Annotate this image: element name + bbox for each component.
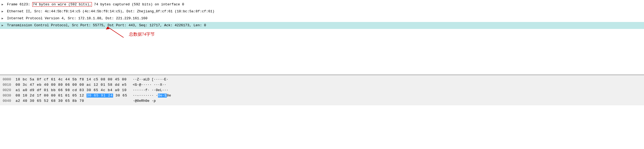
hex-ascii-0030-after: 0e: [167, 94, 171, 98]
hex-bytes-0020: a1 a0 d9 df 01 bb 66 98 cd 83 30 65 4c b…: [16, 88, 128, 93]
hex-bytes-0010: 00 3c 47 eb 40 00 80 06 00 00 ac 12 01 5…: [16, 82, 128, 88]
hex-row-0020: 0020 a1 a0 d9 df 01 bb 66 98 cd 83 30 65…: [3, 88, 641, 93]
hex-ascii-0030-highlight: 0e·$: [158, 94, 167, 98]
frame-row-text: Frame 6123: 74 bytes on wire (592 bits),…: [7, 2, 184, 8]
hex-bytes-0030-before: 08 10 2d 1f 00 00 01 01 05 12: [16, 94, 87, 98]
tcp-row-text: Transmission Control Protocol, Src Port:…: [7, 23, 206, 28]
hex-row-0030: 0030 08 10 2d 1f 00 00 01 01 05 12 30 65…: [3, 93, 641, 98]
packet-details-panel: ▶ Frame 6123: 74 bytes on wire (592 bits…: [0, 0, 644, 75]
hex-row-0000: 0000 18 bc 5a 8f cf 61 4c 44 5b f8 14 c5…: [3, 77, 641, 82]
hex-offset-0000: 0000: [3, 77, 16, 82]
ip-row[interactable]: ▶ Internet Protocol Version 4, Src: 172.…: [0, 15, 644, 22]
hex-bytes-0030: 08 10 2d 1f 00 00 01 01 05 12 30 65 91 2…: [16, 93, 128, 98]
hex-dump-panel: 0000 18 bc 5a 8f cf 61 4c 44 5b f8 14 c5…: [0, 75, 644, 105]
hex-ascii-0030-before: ··-······· ·: [133, 94, 158, 98]
tcp-row[interactable]: ▶ Transmission Control Protocol, Src Por…: [0, 22, 644, 29]
hex-ascii-0000: ··Z··aLD [·····E·: [133, 77, 168, 82]
frame-highlight: 74 bytes on wire (592 bits),: [32, 2, 92, 7]
hex-bytes-0030-after: 30 65: [113, 94, 127, 98]
expand-icon-ethernet: ▶: [2, 9, 6, 14]
ip-row-text: Internet Protocol Version 4, Src: 172.18…: [7, 16, 147, 21]
hex-ascii-0010: <G·@····· ···X··: [133, 82, 166, 88]
hex-bytes-0000: 18 bc 5a 8f cf 61 4c 44 5b f8 14 c5 08 0…: [16, 77, 128, 82]
hex-row-0010: 0010 00 3c 47 eb 40 00 80 06 00 00 ac 12…: [3, 82, 641, 88]
frame-row[interactable]: ▶ Frame 6123: 74 bytes on wire (592 bits…: [0, 1, 644, 8]
hex-bytes-0030-highlight: 30 65 91 24: [87, 94, 113, 98]
ethernet-row-text: Ethernet II, Src: 4c:44:5b:f8:14:c5 (4c:…: [7, 9, 214, 14]
annotation-label: 总数据74字节: [129, 32, 155, 37]
hex-row-0040: 0040 a2 40 30 65 52 68 30 65 8b 70 ·@0eR…: [3, 98, 641, 104]
hex-bytes-0040: a2 40 30 65 52 68 30 65 8b 70: [16, 98, 128, 104]
expand-icon-tcp: ▶: [2, 23, 6, 28]
hex-ascii-0020: ······f· ··0eL···: [133, 88, 168, 93]
expand-icon-ip: ▶: [2, 16, 6, 21]
expand-icon-frame: ▶: [2, 2, 6, 8]
hex-ascii-0030: ··-······· ·0e·$0e: [133, 93, 171, 98]
hex-offset-0010: 0010: [3, 82, 16, 88]
ethernet-row[interactable]: ▶ Ethernet II, Src: 4c:44:5b:f8:14:c5 (4…: [0, 8, 644, 15]
hex-offset-0040: 0040: [3, 98, 16, 104]
hex-offset-0030: 0030: [3, 93, 16, 98]
hex-ascii-0040: ·@0eRh0e ·p: [133, 98, 156, 104]
hex-offset-0020: 0020: [3, 88, 16, 93]
